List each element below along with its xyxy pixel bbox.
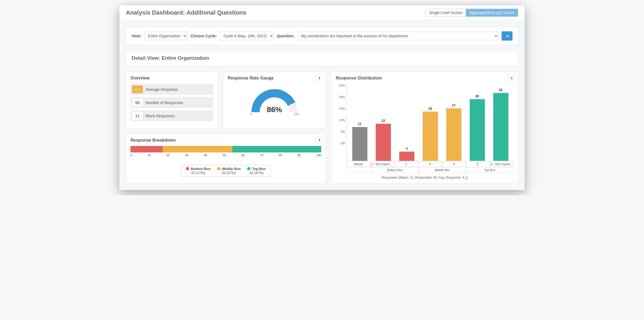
bar: 12 (376, 124, 391, 161)
download-gauge-button[interactable]: ⬇ (316, 75, 323, 82)
detail-title: Detail View: Entire Organization (132, 55, 512, 61)
axis-tick: 20 (166, 154, 170, 157)
legend-dot-icon (247, 167, 250, 170)
x-group: Middle Box (419, 167, 466, 173)
axis-tick: 30 (185, 154, 188, 157)
axis-tick: 60 (241, 154, 244, 157)
overview-row: 90Number of Responses (130, 97, 213, 108)
axis-tick: 80 (279, 154, 282, 157)
bar-value: 11 (358, 122, 361, 126)
card-grid: Overview 4.1Average Response90Number of … (126, 72, 518, 184)
axis-tick: 100 (316, 154, 321, 157)
axis-tick: 10 (147, 154, 151, 157)
overview-list: 4.1Average Response90Number of Responses… (130, 84, 213, 121)
legend-sub: 15 (17%) (191, 171, 205, 175)
score-mode-tabs: Single Level Scores Aggregate(Roll-Up) S… (425, 9, 518, 17)
distribution-yaxis: 25%20%15%10%5%0% (336, 84, 347, 161)
download-icon: ⬇ (318, 138, 321, 142)
x-category: 1 - Not Important (370, 161, 394, 167)
distribution-caption: Responses (Blank: 11, Responded: 90, Avg… (336, 176, 514, 179)
page-body: View: Entire Organization Choose Cycle: … (119, 20, 525, 190)
axis-tick: 90 (297, 154, 301, 157)
bar-value: 17 (452, 104, 455, 107)
arrow-right-icon: ➔ (505, 34, 509, 39)
x-category: 6 - Very Import... (490, 161, 514, 167)
y-tick: 5% (341, 130, 345, 133)
axis-tick: 40 (204, 154, 207, 157)
bar-value: 16 (428, 107, 432, 111)
overview-row: 4.1Average Response (130, 84, 213, 95)
axis-tick: 70 (260, 154, 263, 157)
bar-column: 20 (465, 84, 489, 161)
distribution-bars: 1112316172022 (347, 84, 514, 161)
y-tick: 15% (339, 107, 345, 110)
breakdown-segment (163, 146, 233, 152)
legend-item: Bottom Box15 (17%) (186, 167, 211, 175)
x-group: Top Box (466, 167, 514, 173)
breakdown-bar (130, 146, 321, 152)
overview-value: 90 (132, 99, 143, 106)
cycle-label: Choose Cycle: (190, 34, 217, 38)
breakdown-title: Response Breakdown (130, 138, 321, 143)
bar-column: 3 (395, 84, 418, 161)
page-header: Analysis Dashboard: Additional Questions… (119, 5, 525, 20)
legend-dot-icon (186, 167, 189, 170)
bar-value: 20 (475, 94, 479, 98)
breakdown-card: ⬇ Response Breakdown 0102030405060708090… (126, 134, 326, 184)
bar: 17 (446, 108, 461, 161)
bar-value: 3 (406, 147, 408, 151)
tab-single-level[interactable]: Single Level Scores (426, 9, 466, 16)
breakdown-legend-box: Bottom Box15 (17%)Middle Box33 (37%)Top … (181, 165, 270, 177)
x-category: 4 (442, 161, 466, 167)
y-tick: 10% (339, 118, 345, 122)
download-icon: ⬇ (318, 76, 321, 80)
legend-dot-icon (217, 167, 220, 170)
breakdown-legend: Bottom Box15 (17%)Middle Box33 (37%)Top … (130, 165, 321, 177)
overview-label: Average Response (146, 87, 178, 92)
bar-value: 22 (499, 88, 502, 92)
apply-button[interactable]: ➔ (502, 31, 512, 41)
legend-label: Top Box (252, 167, 266, 171)
gauge-card: ⬇ Response Rate Gauge 86% 0 100 (223, 72, 326, 128)
bar: 11 (352, 127, 367, 161)
x-category: 5 (466, 161, 489, 167)
view-select[interactable]: Entire Organization (145, 32, 187, 40)
overview-label: Number of Responses (146, 101, 183, 105)
download-distribution-button[interactable]: ⬇ (508, 75, 515, 82)
bar: 20 (470, 99, 485, 161)
view-label: View: (132, 34, 141, 38)
legend-sub: 33 (37%) (222, 171, 236, 175)
tab-aggregate[interactable]: Aggregate(Roll-Up) Scores (466, 9, 518, 16)
overview-title: Overview (130, 76, 213, 81)
x-category: 2 (394, 161, 418, 167)
x-category: Blanks (347, 161, 370, 167)
legend-sub: 42 (47%) (249, 171, 264, 175)
legend-item: Top Box42 (47%) (247, 167, 266, 175)
download-breakdown-button[interactable]: ⬇ (316, 137, 323, 144)
distribution-chart: 25%20%15%10%5%0% 1112316172022 Blanks1 -… (336, 84, 514, 173)
bar-column: 12 (371, 84, 395, 161)
gauge-min: 0 (250, 112, 252, 116)
gauge-chart: 86% 0 100 (228, 84, 321, 116)
question-wrapper: My contributions are important to the su… (298, 32, 498, 40)
gauge-title: Response Rate Gauge (228, 76, 321, 81)
breakdown-segment (130, 146, 163, 152)
distribution-x-categories: Blanks1 - Not Important23456 - Very Impo… (347, 161, 514, 167)
bar: 16 (423, 112, 438, 161)
cycle-select[interactable]: Cycle 4 (May. 10th, 2021) (220, 32, 274, 40)
detail-header: Detail View: Entire Organization (126, 51, 518, 66)
overview-value: 11 (132, 112, 143, 120)
download-icon: ⬇ (510, 76, 513, 80)
axis-tick: 0 (130, 154, 132, 157)
distribution-title: Response Distribution (336, 76, 514, 81)
bar-column: 11 (348, 84, 371, 161)
distribution-card: ⬇ Response Distribution 25%20%15%10%5%0%… (331, 72, 518, 184)
question-label: Question: (277, 34, 294, 38)
x-group: Bottom Box (371, 167, 419, 173)
axis-tick: 50 (223, 154, 226, 157)
y-tick: 25% (339, 84, 345, 87)
bar-column: 22 (489, 84, 512, 161)
question-select[interactable]: My contributions are important to the su… (298, 32, 498, 40)
bar: 22 (493, 93, 508, 161)
distribution-bars-area: 1112316172022 (347, 84, 514, 161)
